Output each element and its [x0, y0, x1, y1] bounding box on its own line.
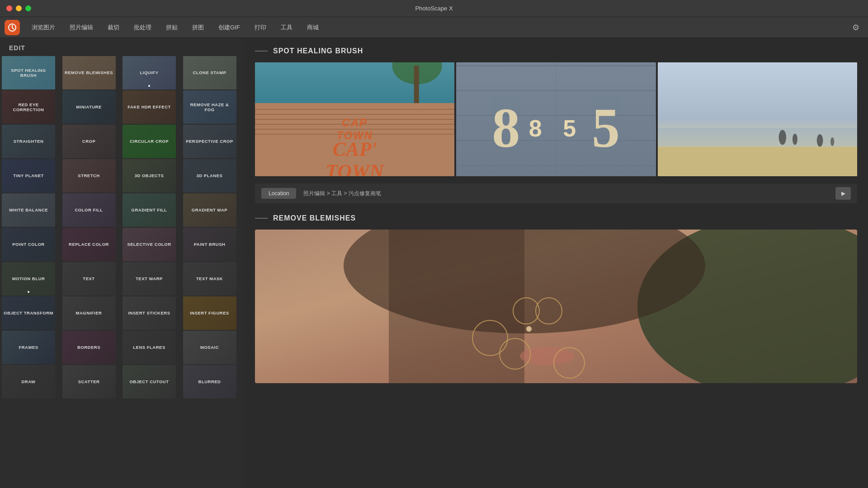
blemish-image [255, 230, 857, 383]
tool-mosaic[interactable]: MOSAIC [183, 331, 236, 364]
tool-frames[interactable]: FRAMES [2, 331, 55, 364]
svg-text:8: 8 [492, 97, 520, 159]
tool-blurred[interactable]: BLURRED [183, 365, 236, 399]
tool-3d-planes[interactable]: 3D PLANES [183, 159, 236, 192]
blemish-circle-4 [535, 297, 562, 324]
tool-scatter[interactable]: SCATTER [62, 365, 116, 399]
tool-circular-crop[interactable]: CIRCULAR CROP [123, 125, 176, 158]
gallery-image-2: 8 5 [456, 62, 656, 176]
tool-selective-color[interactable]: SELECTIVE COLOR [123, 228, 176, 261]
nav-puzzle[interactable]: 拼图 [186, 21, 210, 34]
location-button[interactable]: Location [261, 188, 296, 199]
maximize-button[interactable] [25, 5, 31, 11]
tool-insert-figures[interactable]: INSERT FIGURES [183, 296, 236, 330]
close-button[interactable] [6, 5, 12, 11]
tool-text-warp[interactable]: TEXT WARP [123, 262, 176, 296]
svg-point-22 [778, 130, 786, 145]
svg-text:CAP': CAP' [333, 138, 377, 160]
tool-color-fill[interactable]: COLOR FILL [62, 193, 116, 227]
svg-point-30 [526, 326, 532, 332]
section-line [255, 51, 268, 52]
tool-miniature[interactable]: MINIATURE [62, 90, 116, 124]
tool-red-eye[interactable]: RED EYE CORRECTION [2, 90, 55, 124]
blemish-circle-5 [553, 347, 585, 379]
gallery-image-1: CAP' TOWN [255, 62, 454, 176]
gallery-image-3 [658, 62, 857, 176]
tool-tiny-planet[interactable]: TINY PLANET [2, 159, 55, 192]
window-controls[interactable] [6, 5, 31, 11]
title-bar: PhotoScape X [0, 0, 868, 17]
tools-grid: SPOT HEALING BRUSH REMOVE BLEMISHES LIQU… [0, 56, 244, 399]
tool-stretch[interactable]: STRETCH [62, 159, 116, 192]
tool-lens-flares[interactable]: LENS FLARES [123, 331, 176, 364]
main-content: EDIT SPOT HEALING BRUSH REMOVE BLEMISHES… [0, 38, 868, 488]
tool-draw[interactable]: DRAW [2, 365, 55, 399]
tool-liquify[interactable]: LIQUIFY [123, 56, 176, 89]
nav-browse[interactable]: 浏览图片 [25, 21, 61, 34]
left-panel: EDIT SPOT HEALING BRUSH REMOVE BLEMISHES… [0, 38, 244, 488]
tool-straighten[interactable]: STRAIGHTEN [2, 125, 55, 158]
tool-3d-objects[interactable]: 3D OBJECTS [123, 159, 176, 192]
svg-rect-20 [658, 128, 857, 146]
tool-magnifier[interactable]: MAGNIFIER [62, 296, 116, 330]
tool-crop[interactable]: CROP [62, 125, 116, 158]
nav-collage[interactable]: 拼贴 [160, 21, 184, 34]
nav-store[interactable]: 商城 [301, 21, 325, 34]
svg-rect-9 [414, 66, 419, 103]
tool-replace-color[interactable]: REPLACE COLOR [62, 228, 116, 261]
spot-healing-header: SPOT HEALING BRUSH [255, 47, 857, 55]
remove-blemishes-header: REMOVE BLEMISHES [255, 214, 857, 222]
svg-point-25 [830, 137, 834, 146]
tool-fake-hdr[interactable]: FAKE HDR EFFECT [123, 90, 176, 124]
nav-photo-edit[interactable]: 照片编辑 [63, 21, 99, 34]
svg-text:TOWN: TOWN [326, 160, 385, 176]
tool-remove-blemishes[interactable]: REMOVE BLEMISHES [62, 56, 116, 89]
svg-point-23 [793, 134, 797, 145]
tool-object-transform[interactable]: OBJECT TRANSFORM [2, 296, 55, 330]
tool-point-color[interactable]: POINT COLOR [2, 228, 55, 261]
tool-clone-stamp[interactable]: CLONE STAMP [183, 56, 236, 89]
tool-object-cutout[interactable]: OBJECT CUTOUT [123, 365, 176, 399]
tool-remove-haze[interactable]: REMOVE HAZE & FOG [183, 90, 236, 124]
breadcrumb-text: 照片编辑 > 工具 > 污点修复画笔 [303, 190, 381, 197]
tool-paint-brush[interactable]: PAINT BRUSH [183, 228, 236, 261]
tool-borders[interactable]: BORDERS [62, 331, 116, 364]
tool-perspective-crop[interactable]: PERSPECTIVE CROP [183, 125, 236, 158]
nav-batch[interactable]: 批处理 [127, 21, 158, 34]
tool-gradient-fill[interactable]: GRADIENT FILL [123, 193, 176, 227]
nav-crop[interactable]: 裁切 [101, 21, 126, 34]
tool-text-mask[interactable]: TEXT MASK [183, 262, 236, 296]
location-bar: Location 照片编辑 > 工具 > 污点修复画笔 ▶ [255, 183, 857, 203]
tool-gradient-map[interactable]: GRADIENT MAP [183, 193, 236, 227]
svg-point-24 [816, 134, 823, 147]
svg-rect-21 [658, 147, 857, 176]
nav-print[interactable]: 打印 [248, 21, 273, 34]
nav-gif[interactable]: 创建GIF [212, 21, 246, 34]
play-button[interactable]: ▶ [835, 187, 851, 200]
blemish-circle-3 [499, 338, 531, 370]
image-gallery: CAP' TOWN [255, 62, 857, 176]
app-title: PhotoScape X [415, 5, 453, 12]
settings-icon[interactable]: ⚙ [848, 20, 863, 35]
nav-tools[interactable]: 工具 [274, 21, 299, 34]
tool-motion-blur[interactable]: MOTION BLUR [2, 262, 55, 296]
minimize-button[interactable] [16, 5, 22, 11]
edit-header: EDIT [0, 38, 244, 56]
svg-text:5: 5 [592, 97, 620, 159]
app-logo [5, 20, 20, 35]
section-line-2 [255, 218, 268, 219]
right-panel: SPOT HEALING BRUSH [244, 38, 868, 488]
remove-blemishes-title: REMOVE BLEMISHES [273, 214, 356, 222]
tool-spot-healing[interactable]: SPOT HEALING BRUSH [2, 56, 55, 89]
breadcrumb: 照片编辑 > 工具 > 污点修复画笔 [303, 190, 381, 197]
spot-healing-title: SPOT HEALING BRUSH [273, 47, 363, 55]
tool-text[interactable]: TEXT [62, 262, 116, 296]
play-icon: ▶ [841, 190, 845, 197]
nav-bar: 浏览图片 照片编辑 裁切 批处理 拼贴 拼图 创建GIF 打印 工具 商城 ⚙ [0, 17, 868, 38]
tool-white-balance[interactable]: WHITE BALANCE [2, 193, 55, 227]
tool-insert-stickers[interactable]: INSERT STICKERS [123, 296, 176, 330]
